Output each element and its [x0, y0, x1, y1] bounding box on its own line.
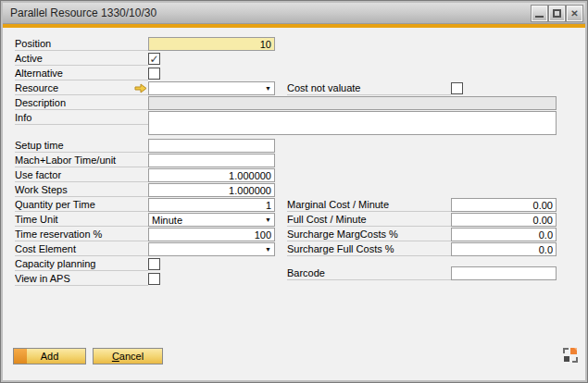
cost-not-valuate-label: Cost not valuate	[287, 81, 451, 95]
close-button[interactable]: ✕	[567, 6, 582, 21]
time-unit-dropdown[interactable]: Minute ▼	[148, 213, 275, 227]
surcharge-margcosts-input[interactable]	[451, 228, 557, 241]
setup-time-input[interactable]	[148, 139, 275, 153]
setup-time-label: Setup time	[15, 139, 148, 153]
use-factor-label: Use factor	[15, 168, 148, 182]
close-icon: ✕	[570, 8, 578, 19]
full-cost-input[interactable]	[451, 213, 557, 227]
window-title: Parallel Resource 1330/10/30	[3, 6, 156, 19]
active-checkbox[interactable]: ✓	[148, 53, 160, 65]
surcharge-margcosts-label: Surcharge MargCosts %	[287, 228, 451, 241]
view-in-aps-label: View in APS	[15, 272, 148, 286]
description-input	[148, 96, 557, 110]
barcode-label: Barcode	[287, 266, 451, 280]
full-cost-label: Full Cost / Minute	[287, 213, 451, 227]
marginal-cost-input[interactable]	[451, 198, 557, 212]
time-unit-label: Time Unit	[15, 213, 148, 227]
quantity-per-time-label: Quantity per Time	[15, 198, 148, 212]
check-icon: ✓	[149, 54, 158, 65]
minimize-icon	[535, 16, 544, 18]
use-factor-input[interactable]	[148, 168, 275, 182]
cancel-button[interactable]: Cancel	[93, 348, 163, 364]
view-in-aps-checkbox[interactable]	[148, 273, 160, 285]
title-bar[interactable]: Parallel Resource 1330/10/30 ✕	[3, 3, 585, 24]
form-settings-icon[interactable]	[563, 348, 578, 363]
cost-not-valuate-checkbox[interactable]	[451, 82, 463, 94]
maximize-icon	[553, 9, 561, 18]
alternative-label: Alternative	[15, 67, 148, 80]
position-label: Position	[15, 37, 148, 51]
dialog-window: Parallel Resource 1330/10/30 ✕ Position …	[0, 0, 588, 383]
link-arrow-icon[interactable]	[134, 83, 147, 93]
chevron-down-icon: ▼	[265, 216, 271, 223]
maximize-button[interactable]	[549, 6, 565, 21]
add-button[interactable]: Add	[13, 348, 86, 364]
time-reservation-label: Time reservation %	[15, 228, 148, 241]
cost-element-dropdown[interactable]: ▼	[148, 242, 275, 256]
resource-dropdown[interactable]: ▼	[148, 81, 275, 95]
marginal-cost-label: Marginal Cost / Minute	[287, 198, 451, 212]
surcharge-fullcosts-label: Surcharge Full Costs %	[287, 242, 451, 256]
minimize-button[interactable]	[532, 6, 547, 21]
alternative-checkbox[interactable]	[148, 68, 160, 80]
info-label: Info	[15, 111, 148, 125]
description-label: Description	[15, 96, 148, 110]
mach-labor-label: Mach+Labor Time/unit	[15, 154, 148, 167]
capacity-planning-checkbox[interactable]	[148, 258, 160, 270]
time-reservation-input[interactable]	[148, 228, 275, 241]
cost-element-label: Cost Element	[15, 242, 148, 256]
resource-label: Resource	[15, 81, 148, 95]
quantity-per-time-input[interactable]	[148, 198, 275, 212]
active-label: Active	[15, 52, 148, 66]
chevron-down-icon: ▼	[265, 246, 271, 253]
mach-labor-input[interactable]	[148, 154, 275, 167]
accent-divider	[3, 24, 585, 28]
position-input[interactable]	[148, 37, 275, 51]
info-input[interactable]	[148, 111, 557, 135]
barcode-input[interactable]	[451, 266, 557, 280]
chevron-down-icon: ▼	[265, 85, 271, 92]
work-steps-label: Work Steps	[15, 183, 148, 197]
surcharge-fullcosts-input[interactable]	[451, 242, 557, 256]
work-steps-input[interactable]	[148, 183, 275, 197]
capacity-planning-label: Capacity planning	[15, 257, 148, 271]
